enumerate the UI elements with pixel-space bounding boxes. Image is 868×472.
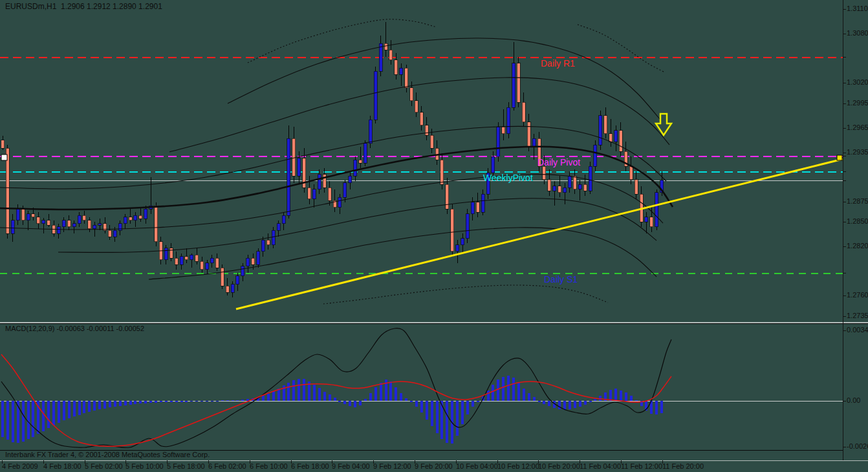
macd-hist-bar bbox=[446, 401, 448, 443]
time-tick-label: 10 Feb 12:00 bbox=[497, 463, 539, 470]
pivot-label-daily-r1: Daily R1 bbox=[541, 59, 575, 68]
pane-separators bbox=[0, 0, 868, 464]
macd-hist-bar bbox=[389, 381, 392, 401]
macd-hist-bar bbox=[165, 401, 168, 402]
macd-main-line bbox=[1, 328, 671, 448]
macd-hist-bar bbox=[548, 401, 550, 406]
copyright-label: Interbank FX Trader 4, © 2001-2008 MetaQ… bbox=[5, 451, 210, 458]
candle-body-bull bbox=[236, 276, 239, 284]
candle-body-bull bbox=[62, 220, 65, 227]
candle-body-bear bbox=[266, 240, 270, 245]
price-tick-label: 1.2735 bbox=[847, 312, 868, 319]
macd-hist-bar bbox=[201, 401, 203, 402]
macd-hist-bar bbox=[523, 389, 525, 402]
price-tick-label: 1.2760 bbox=[847, 292, 868, 299]
time-tick-label: 9 Feb 12:00 bbox=[373, 463, 411, 470]
macd-hist-bar bbox=[68, 401, 71, 418]
candle-body-bear bbox=[558, 186, 561, 193]
macd-hist-bar bbox=[436, 401, 439, 433]
macd-hist-bar bbox=[175, 401, 178, 402]
candle-body-bear bbox=[6, 148, 9, 233]
chart-canvas[interactable] bbox=[0, 0, 868, 472]
macd-hist-bar bbox=[528, 393, 530, 401]
macd-hist-bar bbox=[83, 401, 85, 413]
macd-hist-bar bbox=[78, 401, 81, 415]
candle-body-bull bbox=[16, 209, 19, 220]
band-curve-solid bbox=[228, 38, 660, 119]
macd-hist-bar bbox=[12, 401, 14, 442]
macd-hist-bar bbox=[420, 401, 423, 413]
macd-hist-bar bbox=[569, 401, 571, 409]
candle-body-bear bbox=[169, 248, 173, 258]
candle-body-bull bbox=[400, 68, 403, 74]
macd-hist-bar bbox=[354, 401, 356, 407]
candle-body-bull bbox=[11, 220, 14, 233]
candle-body-bear bbox=[543, 166, 546, 179]
candle-body-bear bbox=[410, 88, 413, 101]
candle-body-bull bbox=[277, 224, 280, 230]
candle-body-bear bbox=[252, 258, 255, 264]
candle-body-bear bbox=[323, 175, 326, 188]
candle-body-bull bbox=[553, 186, 556, 191]
candle-body-bear bbox=[650, 217, 653, 227]
macd-hist-bar bbox=[206, 401, 208, 402]
macd-hist-bar bbox=[400, 393, 402, 401]
macd-indicator-label: MACD(12,20,9) -0.00063 -0.00011 -0.00052 bbox=[5, 325, 144, 332]
trendline[interactable] bbox=[236, 159, 843, 309]
candle-body-bull bbox=[98, 224, 102, 226]
macd-hist-bar bbox=[185, 401, 188, 402]
candle-body-bear bbox=[308, 188, 311, 199]
macd-hist-bar bbox=[538, 401, 541, 402]
macd-hist-bar bbox=[170, 401, 173, 402]
pivot-label-daily-pivot: Daily Pivot bbox=[537, 158, 580, 167]
candle-body-bear bbox=[195, 255, 199, 261]
macd-hist-bar bbox=[63, 401, 65, 420]
macd-hist-bar bbox=[52, 401, 55, 425]
macd-hist-bar bbox=[338, 401, 341, 402]
candle-body-bull bbox=[134, 215, 137, 220]
candle-body-bull bbox=[354, 160, 357, 176]
trendline-anchor[interactable] bbox=[837, 155, 842, 160]
price-tick-label: 1.2875 bbox=[847, 198, 868, 205]
macd-hist-bar bbox=[73, 401, 76, 416]
candle-body-bull bbox=[287, 138, 290, 215]
candle-body-bull bbox=[190, 255, 193, 260]
candle-body-bear bbox=[108, 230, 111, 237]
candle-body-bear bbox=[88, 220, 91, 229]
candle-body-bull bbox=[369, 120, 372, 144]
macd-hist-bar bbox=[625, 392, 627, 401]
candle-body-bear bbox=[21, 209, 25, 220]
line-anchor[interactable] bbox=[1, 155, 7, 160]
macd-hist-bar bbox=[98, 401, 101, 409]
candle-body-bull bbox=[338, 197, 342, 207]
price-axis[interactable]: 1.31101.30801.30201.29951.29651.29351.28… bbox=[843, 0, 868, 460]
macd-signal-line bbox=[1, 354, 671, 446]
candle-body-bull bbox=[210, 258, 213, 263]
candle-body-bear bbox=[221, 268, 224, 286]
macd-hist-bar bbox=[359, 401, 362, 405]
macd-hist-bar bbox=[303, 379, 305, 401]
time-axis[interactable]: 4 Feb 20094 Feb 18:005 Feb 02:005 Feb 10… bbox=[0, 460, 868, 472]
candle-body-bear bbox=[359, 160, 362, 163]
time-tick-label: 4 Feb 2009 bbox=[2, 463, 38, 470]
time-tick-label: 9 Feb 04:00 bbox=[332, 463, 370, 470]
candle-body-bear bbox=[573, 176, 576, 189]
candle-body-bear bbox=[430, 135, 433, 148]
macd-hist-bar bbox=[472, 401, 474, 407]
candle-body-bear bbox=[292, 138, 296, 176]
macd-hist-bar bbox=[426, 401, 428, 420]
pivot-label-weekly-pivot: WeeklyPivot bbox=[483, 173, 533, 182]
candle-body-bull bbox=[532, 138, 536, 147]
time-tick-label: 6 Feb 02:00 bbox=[208, 463, 246, 470]
macd-hist-bar bbox=[47, 401, 50, 428]
macd-hist-bar bbox=[124, 401, 127, 405]
candle-body-bull bbox=[655, 193, 658, 227]
candle-body-bear bbox=[37, 217, 40, 224]
macd-hist-bar bbox=[1, 401, 4, 437]
macd-hist-bar bbox=[543, 401, 545, 404]
macd-hist-bar bbox=[144, 401, 147, 403]
macd-hist-bar bbox=[492, 385, 494, 402]
macd-hist-bar bbox=[93, 401, 96, 411]
candle-body-bull bbox=[231, 284, 234, 293]
candle-body-bear bbox=[32, 214, 35, 217]
